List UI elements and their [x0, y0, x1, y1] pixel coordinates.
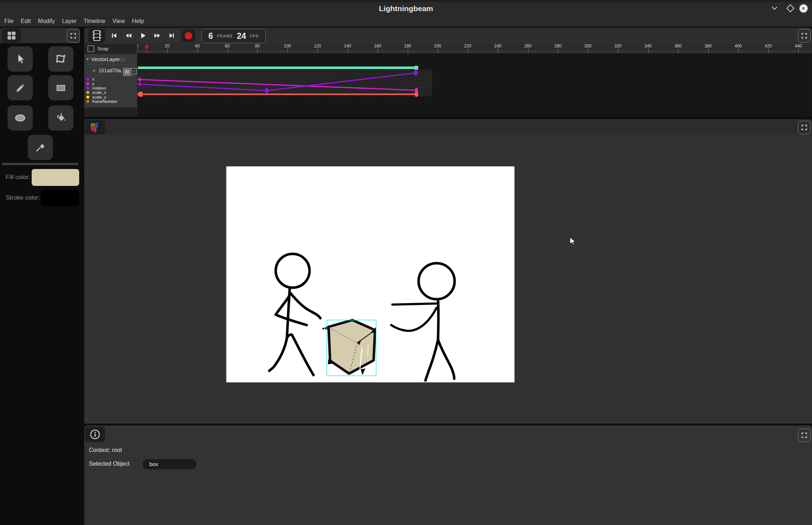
ruler-tick-minor [803, 51, 803, 53]
tool-paint-bucket-button[interactable] [48, 105, 73, 131]
rewind-button[interactable] [121, 29, 136, 42]
ruler-tick-minor [780, 51, 781, 53]
fps-value[interactable]: 24 [237, 31, 246, 41]
fill-color-swatch[interactable] [32, 169, 79, 186]
timeline-expand-button[interactable] [798, 29, 811, 42]
fast-forward-button[interactable] [150, 29, 165, 42]
toolbox-expand-button[interactable] [67, 29, 80, 42]
ruler-tick-minor [244, 51, 244, 53]
tool-ellipse-button[interactable] [8, 105, 33, 131]
ruler-tick-minor [196, 51, 196, 53]
ruler-tick-minor [462, 51, 462, 53]
ruler-tick-minor [304, 51, 304, 53]
inspector-expand-button[interactable] [798, 429, 811, 442]
ruler-tick-minor [391, 51, 392, 53]
ruler-tick-minor [731, 51, 731, 53]
property-row-scale_y[interactable]: scale_y [84, 95, 137, 99]
selected-object-input[interactable]: box [143, 459, 197, 469]
ruler-tick-minor [686, 51, 686, 53]
current-frame-value[interactable]: 6 [208, 31, 213, 41]
ruler-tick-minor [809, 51, 809, 53]
frame-fps-display: 6 FRAME 24 FPS [202, 29, 266, 43]
property-row-scale_x[interactable]: scale_x [84, 90, 137, 95]
ruler-label-280: 280 [554, 44, 561, 49]
ruler-tick-minor [764, 51, 764, 53]
ruler-tick-minor [740, 51, 740, 53]
info-button[interactable] [85, 426, 105, 442]
ruler-tick-minor [513, 51, 513, 53]
ruler-tick-minor [505, 51, 506, 53]
menu-edit[interactable]: Edit [17, 16, 35, 27]
skip-to-start-button[interactable] [107, 29, 121, 42]
ruler-tick-minor [208, 51, 208, 53]
ruler-tick-minor [360, 51, 360, 53]
ruler-tick-minor [298, 51, 298, 53]
ruler-tick-minor [475, 51, 475, 53]
ruler-tick-minor [710, 51, 710, 53]
property-row-rotation[interactable]: rotation [84, 86, 137, 90]
menu-view[interactable]: View [109, 16, 128, 27]
object-row[interactable]: ▾ 151ad70a... ~ [84, 65, 137, 76]
layer-row[interactable]: ▾ VectorLayer [L] [84, 54, 137, 65]
skip-to-end-button[interactable] [165, 29, 179, 42]
property-row-x[interactable]: x [84, 77, 137, 81]
ruler-label-420: 420 [764, 44, 772, 49]
ruler-tick-minor [417, 51, 417, 53]
stick-figure-right [391, 263, 455, 380]
object-swatch-toggle-button[interactable] [123, 68, 131, 76]
ruler-tick-minor [420, 51, 420, 53]
ruler-tick-minor [492, 51, 492, 53]
tool-rectangle-button[interactable] [48, 75, 73, 100]
grid-icon [7, 31, 16, 40]
record-button[interactable] [182, 29, 195, 42]
ruler-tick-minor [256, 51, 256, 53]
ruler-label-140: 140 [344, 44, 351, 49]
ruler-tick-minor [534, 51, 534, 53]
chevron-down-icon[interactable]: ▾ [86, 56, 89, 62]
menu-file[interactable]: File [1, 16, 17, 27]
ruler-tick-minor [642, 51, 642, 53]
ruler-tick-minor [326, 51, 327, 53]
tool-eyedropper-button[interactable] [28, 135, 53, 160]
ruler-tick-minor [302, 51, 303, 53]
ruler-tick-minor [680, 51, 680, 53]
snap-checkbox[interactable] [87, 45, 94, 52]
ruler-tick-minor [501, 51, 501, 53]
ruler-tick-minor [284, 51, 285, 53]
ruler-tick-minor [241, 51, 241, 53]
ruler-tick-minor [585, 51, 585, 53]
ruler-tick-minor [148, 51, 148, 53]
ruler-tick-minor [702, 51, 703, 53]
stick-figure-left [269, 254, 320, 375]
timeline-ruler[interactable]: 0204060801001201401601802002202402602803… [84, 44, 812, 53]
tool-grid-button[interactable] [2, 28, 21, 43]
chevron-down-icon[interactable]: ▾ [93, 68, 95, 73]
ruler-tick-minor [689, 51, 689, 53]
ruler-tick-minor [604, 51, 605, 53]
tool-transform-button[interactable] [48, 46, 73, 72]
object-tween-toggle-button[interactable]: ~ [131, 68, 137, 74]
scene-logo-button[interactable] [85, 120, 105, 134]
tool-pencil-button[interactable] [8, 75, 33, 100]
window-minimize-chevron-icon[interactable] [770, 4, 779, 13]
stage[interactable] [226, 166, 514, 382]
menu-layer[interactable]: Layer [58, 16, 80, 27]
menu-modify[interactable]: Modify [34, 16, 58, 27]
ruler-tick-minor [361, 51, 361, 53]
window-close-icon[interactable]: ✕ [799, 4, 808, 13]
ruler-tick-minor [579, 51, 579, 53]
stroke-color-swatch[interactable] [41, 190, 79, 206]
canvas-expand-button[interactable] [798, 121, 811, 134]
film-roll-button[interactable] [88, 28, 105, 43]
tool-select-button[interactable] [8, 46, 33, 72]
property-name: rotation [92, 86, 106, 90]
window-maximize-diamond-icon[interactable] [786, 4, 795, 13]
play-button[interactable] [136, 29, 150, 42]
ruler-tick-minor [672, 51, 672, 53]
property-row-frameNumber[interactable]: frameNumber [84, 99, 137, 104]
ruler-tick-minor [379, 51, 379, 53]
menu-help[interactable]: Help [128, 16, 148, 27]
keyframe-track-area[interactable] [137, 53, 812, 117]
property-row-y[interactable]: y [84, 81, 137, 86]
menu-timeline[interactable]: Timeline [80, 16, 109, 27]
